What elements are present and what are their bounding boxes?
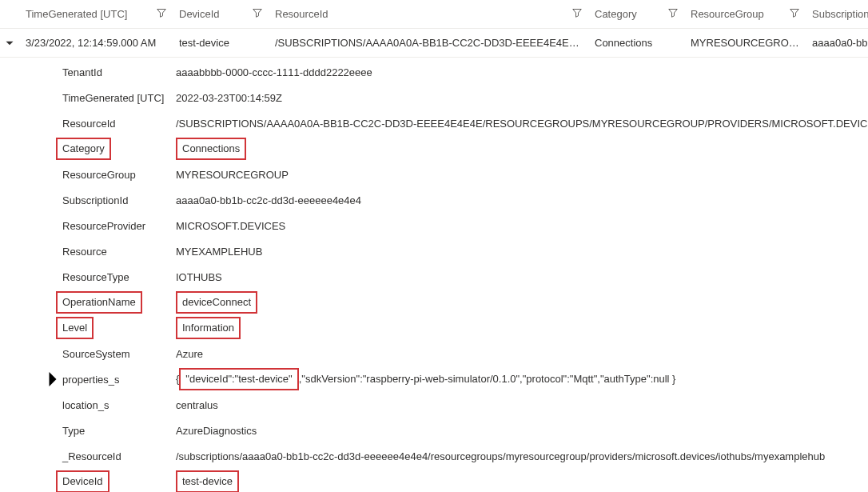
- detail-key: TimeGenerated [UTC]: [62, 92, 176, 104]
- filter-icon[interactable]: [782, 8, 799, 20]
- detail-operationname: OperationName deviceConnect: [0, 290, 868, 315]
- filter-icon[interactable]: [660, 8, 678, 20]
- filter-icon[interactable]: [149, 8, 166, 20]
- detail-key: SourceSystem: [62, 348, 176, 360]
- detail-resourceprovider: ResourceProvider MICROSOFT.DEVICES: [0, 213, 868, 238]
- table-row[interactable]: 3/23/2022, 12:14:59.000 AM test-device /…: [0, 29, 868, 58]
- detail-key: SubscriptionId: [62, 194, 176, 206]
- detail-key: OperationName: [56, 291, 142, 314]
- detail-key: properties_s: [62, 374, 176, 386]
- detail-value: IOTHUBS: [176, 271, 868, 283]
- detail-key: DeviceId: [56, 470, 109, 492]
- col-label: ResourceGroup: [691, 8, 764, 20]
- col-header-resourcegroup[interactable]: ResourceGroup: [684, 8, 806, 20]
- properties-deviceid-highlight: "deviceId":"test-device": [179, 368, 298, 390]
- chevron-down-icon: [5, 38, 14, 48]
- detail-value: /SUBSCRIPTIONS/AAAA0A0A-BB1B-CC2C-DD3D-E…: [176, 118, 868, 130]
- detail-value: {"deviceId":"test-device","sdkVersion":"…: [176, 368, 868, 390]
- detail-value: aaaa0a0-bb1b-cc2c-dd3d-eeeeee4e4e4: [176, 194, 868, 206]
- detail-properties: properties_s {"deviceId":"test-device","…: [0, 366, 868, 392]
- detail-key: ResourceId: [62, 118, 176, 130]
- cell-category: Connections: [588, 37, 684, 49]
- detail-value: Connections: [176, 138, 246, 160]
- detail-resourcetype: ResourceType IOTHUBS: [0, 264, 868, 290]
- cell-device: test-device: [173, 37, 269, 49]
- detail-subscriptionid: SubscriptionId aaaa0a0-bb1b-cc2c-dd3d-ee…: [0, 187, 868, 213]
- detail-value: Azure: [176, 348, 868, 360]
- filter-icon[interactable]: [245, 8, 262, 20]
- detail-category: Category Connections: [0, 136, 868, 162]
- detail-value: 2022-03-23T00:14:59Z: [176, 92, 868, 104]
- detail-value: deviceConnect: [176, 291, 257, 314]
- detail-key: ResourceType: [62, 271, 176, 283]
- col-header-resourceid[interactable]: ResourceId: [269, 8, 588, 20]
- detail-value: MYRESOURCEGROUP: [176, 169, 868, 181]
- col-label: DeviceId: [179, 8, 220, 20]
- col-header-deviceid[interactable]: DeviceId: [173, 8, 269, 20]
- detail-value: aaaabbbb-0000-cccc-1111-dddd2222eeee: [176, 66, 868, 78]
- detail-key: ResourceGroup: [62, 169, 176, 181]
- detail-value: Information: [176, 317, 241, 339]
- detail-key: Type: [62, 425, 176, 437]
- detail-location: location_s centralus: [0, 392, 868, 418]
- cell-subscription: aaaa0a0-bb1: [806, 37, 868, 49]
- detail-key: location_s: [62, 399, 176, 411]
- detail-key: _ResourceId: [62, 450, 176, 462]
- cell-time: 3/23/2022, 12:14:59.000 AM: [19, 37, 173, 49]
- col-label: TimeGenerated [UTC]: [26, 8, 127, 20]
- detail-key: ResourceProvider: [62, 220, 176, 232]
- detail-key: Level: [56, 317, 94, 339]
- detail-value: centralus: [176, 399, 868, 411]
- detail-type: Type AzureDiagnostics: [0, 418, 868, 443]
- detail-value: MYEXAMPLEHUB: [176, 246, 868, 258]
- expand-properties[interactable]: [43, 370, 62, 389]
- detail-tenantid: TenantId aaaabbbb-0000-cccc-1111-dddd222…: [0, 59, 868, 85]
- detail-key: Resource: [62, 246, 176, 258]
- col-label: Category: [595, 8, 637, 20]
- chevron-right-icon: [43, 370, 62, 389]
- detail-resourceid-lower: _ResourceId /subscriptions/aaaa0a0-bb1b-…: [0, 443, 868, 469]
- col-label: ResourceId: [275, 8, 328, 20]
- table-header: TimeGenerated [UTC] DeviceId ResourceId …: [0, 0, 868, 29]
- cell-resource: /SUBSCRIPTIONS/AAAA0A0A-BB1B-CC2C-DD3D-E…: [269, 37, 588, 49]
- col-header-category[interactable]: Category: [588, 8, 684, 20]
- detail-resourcegroup: ResourceGroup MYRESOURCEGROUP: [0, 162, 868, 187]
- detail-level: Level Information: [0, 315, 868, 341]
- detail-sourcesystem: SourceSystem Azure: [0, 341, 868, 366]
- row-details: TenantId aaaabbbb-0000-cccc-1111-dddd222…: [0, 58, 868, 492]
- detail-value: test-device: [176, 470, 239, 492]
- detail-value: MICROSOFT.DEVICES: [176, 220, 868, 232]
- detail-value: AzureDiagnostics: [176, 425, 868, 437]
- detail-value: /subscriptions/aaaa0a0-bb1b-cc2c-dd3d-ee…: [176, 450, 868, 462]
- detail-resource: Resource MYEXAMPLEHUB: [0, 238, 868, 264]
- col-header-timegenerated[interactable]: TimeGenerated [UTC]: [19, 8, 173, 20]
- cell-resourcegroup: MYRESOURCEGROUP: [684, 37, 806, 49]
- detail-key: Category: [56, 138, 111, 160]
- detail-key: TenantId: [62, 66, 176, 78]
- filter-icon[interactable]: [564, 8, 582, 20]
- col-header-subscription[interactable]: SubscriptionI: [806, 8, 868, 20]
- detail-resourceid: ResourceId /SUBSCRIPTIONS/AAAA0A0A-BB1B-…: [0, 110, 868, 136]
- detail-deviceid: DeviceId test-device: [0, 469, 868, 492]
- col-label: SubscriptionI: [812, 8, 868, 20]
- detail-timegenerated: TimeGenerated [UTC] 2022-03-23T00:14:59Z: [0, 85, 868, 110]
- expand-toggle[interactable]: [0, 38, 19, 48]
